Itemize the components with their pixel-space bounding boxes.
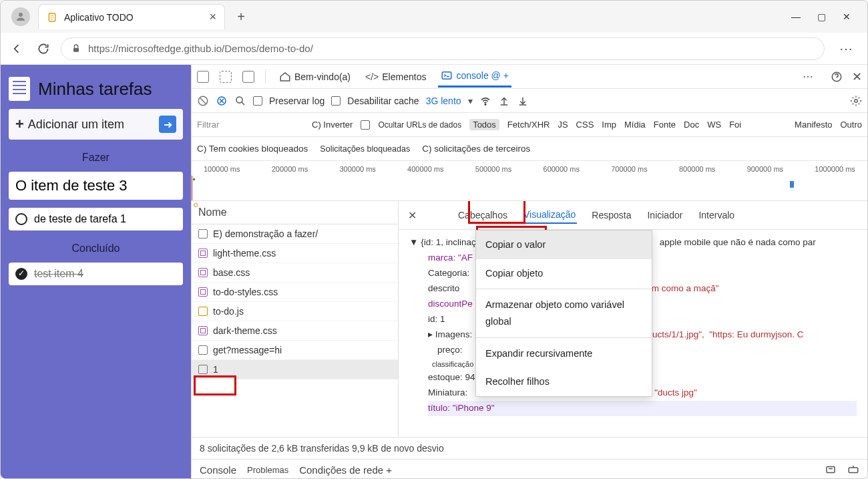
filter-type[interactable]: Fonte (654, 120, 676, 130)
search-icon[interactable] (234, 95, 246, 107)
detail-tab-preview[interactable]: Visualização (522, 206, 577, 224)
network-checks-row: C) Tem cookies bloqueados Solicitações b… (192, 137, 867, 161)
plus-icon: + (15, 116, 24, 133)
filter-type-all[interactable]: Todos (469, 119, 499, 130)
filter-type[interactable]: Mídia (624, 120, 646, 130)
section-done-label: Concluído (9, 243, 183, 255)
svg-point-15 (485, 104, 486, 105)
svg-rect-5 (73, 47, 79, 51)
stop-record-icon[interactable] (197, 95, 209, 107)
drawer-icon-2[interactable] (847, 464, 859, 476)
css-file-icon (198, 268, 208, 277)
browser-menu-icon[interactable]: ⋯ (833, 41, 861, 57)
ctx-store-global[interactable]: Armazenar objeto como variável global (476, 291, 652, 335)
network-timeline[interactable]: 100000 ms 200000 ms 300000 ms 400000 ms … (192, 161, 867, 201)
filter-type[interactable]: Doc (684, 120, 699, 130)
filter-type[interactable]: WS (707, 120, 721, 130)
throttle-select[interactable]: 3G lento (426, 96, 461, 106)
browser-tab[interactable]: Aplicativo TODO × (38, 4, 225, 29)
drawer-problems[interactable]: Problemas (247, 465, 288, 475)
request-row[interactable]: to-do.js (192, 302, 398, 321)
filter-type[interactable]: Manifesto (795, 120, 832, 130)
request-detail: ✕ Cabeçalhos Visualização Resposta Inici… (399, 201, 867, 437)
doc-file-icon (198, 229, 208, 238)
lock-icon (71, 43, 81, 54)
svg-point-13 (236, 97, 242, 103)
disable-cache-checkbox[interactable] (331, 96, 341, 106)
help-icon[interactable] (831, 71, 843, 83)
profile-avatar[interactable] (11, 7, 30, 26)
filter-type[interactable]: Imp (602, 120, 616, 130)
back-button[interactable] (7, 39, 26, 58)
inspect-icon[interactable] (197, 71, 209, 83)
ctx-copy-object[interactable]: Copiar objeto (476, 259, 652, 288)
dock-icon[interactable] (242, 71, 254, 83)
svg-point-0 (19, 13, 23, 17)
css-file-icon (198, 326, 208, 335)
network-status: 8 solicitações de 2,6 kB transferidas 9,… (192, 437, 867, 459)
tab-elements[interactable]: </>Elementos (363, 67, 429, 86)
ctx-expand[interactable]: Expandir recursivamente (476, 339, 652, 368)
dropdown-icon[interactable]: ▾ (468, 96, 473, 106)
hide-data-urls-checkbox[interactable] (361, 120, 370, 130)
json-preview[interactable]: ▼ {id: 1, inclinaçãoapple mobile que não… (399, 230, 867, 437)
request-row[interactable]: 1 (192, 360, 398, 379)
checkbox-icon[interactable] (15, 213, 27, 225)
task-item[interactable]: de teste de tarefa 1 (9, 208, 183, 230)
tab-close-icon[interactable]: × (209, 10, 216, 24)
filter-input[interactable]: Filtrar (197, 120, 304, 130)
url-box[interactable]: https://microsoftedge.github.io/Demos/de… (61, 37, 825, 60)
tab-console[interactable]: console @ + (438, 65, 511, 88)
task-item-done[interactable]: test item 4 (9, 263, 183, 285)
request-row[interactable]: get?message=hi (192, 341, 398, 360)
request-row[interactable]: to-do-styles.css (192, 283, 398, 302)
address-bar: https://microsoftedge.github.io/Demos/de… (1, 33, 867, 65)
css-file-icon (198, 287, 208, 297)
detail-tab-headers[interactable]: Cabeçalhos (457, 207, 509, 223)
preserve-log-checkbox[interactable] (253, 96, 262, 106)
maximize-button[interactable]: ▢ (817, 11, 826, 22)
detail-tab-initiator[interactable]: Iniciador (646, 207, 684, 223)
settings-icon[interactable] (850, 95, 862, 107)
request-row[interactable]: dark-theme.css (192, 321, 398, 341)
detail-tab-timing[interactable]: Intervalo (697, 207, 736, 223)
request-row[interactable]: base.css (192, 263, 398, 283)
network-filter-row: Filtrar C) Inverter Ocultar URLs de dado… (192, 113, 867, 137)
filter-type[interactable]: Fetch/XHR (507, 120, 550, 130)
filter-type[interactable]: CSS (576, 120, 594, 130)
ctx-copy-value[interactable]: Copiar o valor (476, 230, 652, 259)
ctx-collapse[interactable]: Recolher filhos (476, 367, 652, 396)
device-toolbar-icon[interactable] (220, 71, 232, 83)
url-text: https://microsoftedge.github.io/Demos/de… (88, 43, 313, 54)
task-item[interactable]: O item de teste 3 (9, 172, 183, 200)
svg-rect-18 (849, 468, 858, 473)
request-row[interactable]: light-theme.css (192, 244, 398, 263)
filter-type[interactable]: JS (558, 120, 568, 130)
detail-close-icon[interactable]: ✕ (408, 209, 417, 222)
checkbox-checked-icon[interactable] (15, 268, 27, 280)
download-icon[interactable] (517, 95, 529, 107)
upload-icon[interactable] (498, 95, 510, 107)
drawer-icon-1[interactable] (825, 464, 837, 476)
submit-icon[interactable]: ➜ (159, 116, 176, 133)
close-window-button[interactable]: ✕ (842, 11, 851, 22)
clear-icon[interactable] (216, 95, 228, 107)
add-item-input[interactable]: + Adicionar um item ➜ (9, 109, 183, 140)
detail-tab-response[interactable]: Resposta (590, 207, 632, 223)
name-column-header[interactable]: Nome (192, 201, 398, 224)
tab-welcome[interactable]: Bem-vindo(a) (276, 67, 353, 87)
new-tab-button[interactable]: + (230, 6, 252, 27)
js-file-icon (198, 307, 208, 316)
filter-type[interactable]: Outro (840, 120, 862, 130)
filter-type[interactable]: Foi (729, 120, 741, 130)
refresh-button[interactable] (34, 39, 53, 58)
wifi-icon[interactable] (479, 95, 491, 107)
minimize-button[interactable]: — (791, 11, 801, 22)
devtools-close-icon[interactable]: ✕ (852, 69, 862, 84)
doc-file-icon (198, 365, 208, 374)
devtools-more-icon[interactable]: ⋯ (796, 70, 821, 83)
drawer-network-conditions[interactable]: Condições de rede + (299, 464, 392, 476)
app-logo-icon (9, 77, 30, 101)
drawer-console[interactable]: Console (200, 464, 236, 476)
request-row[interactable]: E) demonstração a fazer/ (192, 224, 398, 244)
